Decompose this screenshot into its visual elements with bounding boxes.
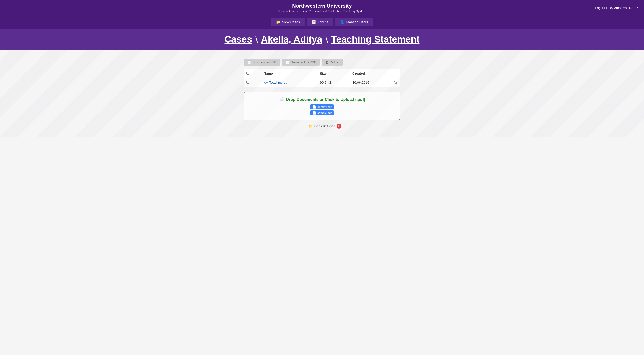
row-created-cell: 10.06.2015 [350,78,391,87]
view-cases-button[interactable]: 📁 View Cases [271,18,305,27]
action-buttons: 📄 Download as ZIP 📄 Download as PDF 🗑 De… [244,59,400,66]
breadcrumb-banner: Cases \ Akella, Aditya \ Teaching Statem… [0,29,644,50]
upload-icon: 📄 [279,97,284,102]
main-content: 📄 Download as ZIP 📄 Download as PDF 🗑 De… [0,50,644,137]
drag-overlay: 📄dummy.pdf📄sample.pdf [249,105,395,115]
col-header-check [244,69,252,78]
breadcrumb-section: Teaching Statement [331,34,420,45]
breadcrumb-person[interactable]: Akella, Aditya [261,34,322,45]
pdf-icon: 📄 [286,60,290,64]
briefcase-back-icon: 📁 [308,124,313,128]
nav-bar: 📁 View Cases 🃏 Tokens 👤 Manage Users [0,15,644,29]
col-header-created: Created [350,69,391,78]
row-size-cell: 90.6 KB [317,78,350,87]
tokens-button[interactable]: 🃏 Tokens [306,18,334,27]
manage-users-button[interactable]: 👤 Manage Users [335,18,373,27]
content-panel: 📄 Download as ZIP 📄 Download as PDF 🗑 De… [244,59,400,128]
file-link[interactable]: AA-Teaching.pdf [264,81,288,84]
back-badge: 2 [336,124,342,129]
file-table: Name Size Created ⭳ AA-Teaching.pdf 90.6… [244,69,400,87]
system-name: Faculty Advancement Consolidated Evaluat… [4,10,640,13]
logout-button[interactable]: Logout Tracy Amoroso , N8 → [595,5,639,10]
row-trash-icon[interactable]: 🗑 [394,80,398,84]
select-all-checkbox[interactable] [246,72,249,75]
university-name: Northwestern University [4,3,640,9]
col-header-name: Name [261,69,317,78]
logout-icon: → [634,5,639,10]
download-icon[interactable]: ⭳ [255,80,258,84]
users-icon: 👤 [340,20,344,24]
breadcrumb-cases[interactable]: Cases [224,34,252,45]
file-drag-icon: 📄 [312,105,316,109]
upload-dropzone[interactable]: 📄 Drop Documents or Click to Upload (.pd… [244,92,400,120]
row-name-cell: AA-Teaching.pdf [261,78,317,87]
table-header-row: Name Size Created [244,69,400,78]
breadcrumb-sep-1: \ [255,34,258,45]
col-header-del [391,69,400,78]
back-to-case-container: 📁 Back to Case 2 [244,124,400,128]
briefcase-icon: 📁 [276,20,281,24]
coins-icon: 🃏 [312,20,316,24]
row-delete-cell: 🗑 [391,78,400,87]
drag-filename: dummy.pdf [317,105,332,109]
logout-label: Logout Tracy Amoroso , N8 [595,6,633,10]
file-drag-icon: 📄 [312,111,316,115]
top-header: Northwestern University Faculty Advancem… [0,0,644,15]
breadcrumb: Cases \ Akella, Aditya \ Teaching Statem… [224,34,420,45]
zip-icon: 📄 [247,60,251,64]
row-checkbox[interactable] [246,81,249,84]
drag-file-item: 📄dummy.pdf [310,105,334,109]
back-to-case-button[interactable]: 📁 Back to Case 2 [308,124,336,128]
table-row: ⭳ AA-Teaching.pdf 90.6 KB 10.06.2015 🗑 [244,78,400,87]
row-checkbox-cell [244,78,252,87]
drag-file-item: 📄sample.pdf [310,110,334,115]
breadcrumb-sep-2: \ [325,34,328,45]
trash-action-icon: 🗑 [325,60,328,64]
drag-filename: sample.pdf [317,111,332,115]
col-header-dl [252,69,261,78]
delete-button[interactable]: 🗑 Delete [322,59,342,66]
row-download-cell: ⭳ [252,78,261,87]
download-pdf-button[interactable]: 📄 Download as PDF [282,59,320,66]
col-header-size: Size [317,69,350,78]
upload-label: 📄 Drop Documents or Click to Upload (.pd… [249,97,395,102]
download-zip-button[interactable]: 📄 Download as ZIP [244,59,280,66]
